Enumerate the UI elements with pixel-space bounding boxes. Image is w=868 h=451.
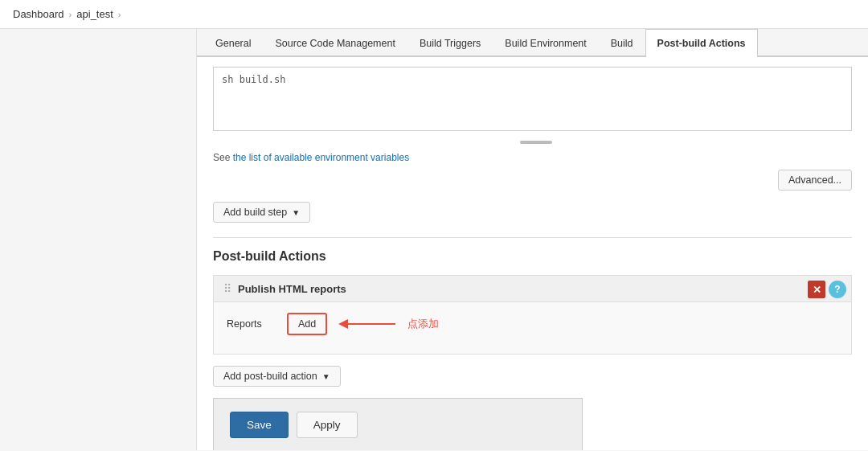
dropdown-arrow-icon: ▼ xyxy=(292,208,300,217)
postbuild-dropdown-arrow-icon: ▼ xyxy=(322,372,330,381)
code-editor[interactable]: sh build.sh xyxy=(213,67,852,131)
env-vars-prefix: See xyxy=(213,152,233,163)
section-divider xyxy=(213,237,852,238)
add-build-step-button[interactable]: Add build step ▼ xyxy=(213,202,310,223)
breadcrumb-dashboard[interactable]: Dashboard xyxy=(13,8,64,20)
card-header: ⠿ Publish HTML reports xyxy=(214,276,851,302)
card-actions: ✕ ? xyxy=(808,281,846,298)
post-build-heading: Post-build Actions xyxy=(213,249,852,264)
add-postbuild-button[interactable]: Add post-build action ▼ xyxy=(213,366,341,387)
apply-button[interactable]: Apply xyxy=(297,412,358,438)
annotation-area: Add 点添加 xyxy=(287,312,439,336)
tab-build-env[interactable]: Build Environment xyxy=(493,29,598,57)
tab-build-triggers[interactable]: Build Triggers xyxy=(407,29,493,57)
content-body: sh build.sh See the list of available en… xyxy=(197,57,868,450)
content-area: General Source Code Management Build Tri… xyxy=(197,29,868,450)
build-step-row: Add build step ▼ xyxy=(213,202,852,223)
reports-field-row: Reports Add xyxy=(227,312,838,336)
reports-label: Reports xyxy=(227,318,271,330)
help-button[interactable]: ? xyxy=(829,281,846,298)
card-body: Reports Add xyxy=(214,302,851,354)
breadcrumb-sep-1: › xyxy=(69,10,72,19)
breadcrumb-sep-2: › xyxy=(118,10,121,19)
main-layout: General Source Code Management Build Tri… xyxy=(0,29,868,450)
arrow-annotation xyxy=(335,312,399,336)
breadcrumb-bar: Dashboard › api_test › xyxy=(0,0,868,29)
tab-bar: General Source Code Management Build Tri… xyxy=(197,29,868,57)
advanced-button[interactable]: Advanced... xyxy=(778,170,852,191)
publish-html-card: ⠿ Publish HTML reports ✕ ? Reports Add xyxy=(213,275,852,355)
save-button[interactable]: Save xyxy=(230,412,289,438)
tab-post-build[interactable]: Post-build Actions xyxy=(645,29,758,57)
add-postbuild-row: Add post-build action ▼ xyxy=(213,366,852,387)
breadcrumb-project[interactable]: api_test xyxy=(76,8,113,20)
env-vars-link[interactable]: the list of available environment variab… xyxy=(233,152,409,163)
annotation-text: 点添加 xyxy=(407,317,439,331)
add-postbuild-label: Add post-build action xyxy=(223,371,317,382)
tab-general[interactable]: General xyxy=(203,29,263,57)
close-card-button[interactable]: ✕ xyxy=(808,281,825,298)
card-title: Publish HTML reports xyxy=(238,283,346,295)
drag-handle-icon: ⠿ xyxy=(223,282,231,295)
add-build-step-label: Add build step xyxy=(223,207,287,218)
env-vars-section: See the list of available environment va… xyxy=(213,152,852,163)
advanced-row: Advanced... xyxy=(213,170,852,191)
sidebar xyxy=(0,29,197,450)
tab-build[interactable]: Build xyxy=(599,29,645,57)
code-content: sh build.sh xyxy=(222,74,285,85)
tab-scm[interactable]: Source Code Management xyxy=(263,29,407,57)
add-report-button[interactable]: Add xyxy=(287,313,327,335)
